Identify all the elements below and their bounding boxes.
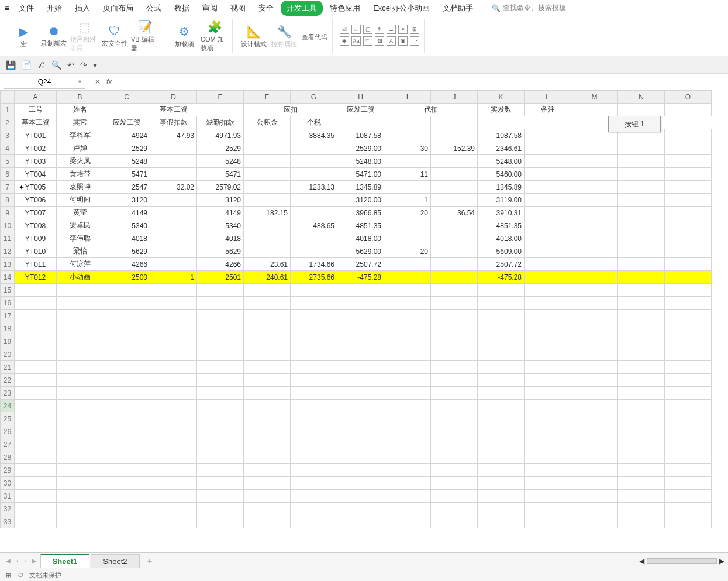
- cell-K6[interactable]: 5460.00: [478, 168, 525, 181]
- row-header-6[interactable]: 6: [1, 168, 15, 181]
- cell-N16[interactable]: [618, 297, 665, 310]
- row-header-32[interactable]: 32: [1, 503, 15, 515]
- cell-M33[interactable]: [571, 515, 618, 528]
- checkbox-control-icon[interactable]: ☑: [340, 25, 349, 34]
- cell[interactable]: [337, 116, 384, 129]
- subheader-cell[interactable]: 个税: [291, 116, 337, 129]
- cell-M9[interactable]: [571, 207, 618, 219]
- print-preview-icon[interactable]: 🔍: [51, 60, 61, 70]
- cell-E23[interactable]: [197, 387, 244, 400]
- cell-L14[interactable]: [525, 271, 571, 284]
- cell-D4[interactable]: [150, 142, 197, 155]
- cell-L28[interactable]: [525, 451, 571, 464]
- cell-O8[interactable]: [665, 194, 712, 207]
- cell-F14[interactable]: 240.61: [244, 271, 291, 284]
- cell-A31[interactable]: [15, 490, 57, 503]
- undo-icon[interactable]: ↶: [67, 60, 74, 70]
- cell-O30[interactable]: [665, 477, 712, 490]
- cell-E22[interactable]: [197, 374, 244, 387]
- cell-C33[interactable]: [103, 515, 150, 528]
- cell-N20[interactable]: [618, 348, 665, 361]
- cell-H14[interactable]: -475.28: [337, 271, 384, 284]
- cell-J21[interactable]: [431, 361, 478, 374]
- cell-H31[interactable]: [337, 490, 384, 503]
- cell-K24[interactable]: [478, 400, 525, 412]
- cell-I10[interactable]: [384, 219, 431, 232]
- cell-O31[interactable]: [665, 490, 712, 503]
- cell-H30[interactable]: [337, 477, 384, 490]
- row-header-27[interactable]: 27: [1, 438, 15, 451]
- cell-E21[interactable]: [197, 361, 244, 374]
- frame-control-icon[interactable]: ▣: [398, 36, 408, 46]
- add-sheet-button[interactable]: ＋: [141, 556, 158, 566]
- cell-J24[interactable]: [431, 400, 478, 412]
- menu-审阅[interactable]: 审阅: [196, 1, 223, 16]
- cell-D5[interactable]: [150, 155, 197, 168]
- cell-B15[interactable]: [57, 284, 103, 297]
- cell-M20[interactable]: [571, 348, 618, 361]
- cell-C15[interactable]: [103, 284, 150, 297]
- cell-G14[interactable]: 2735.66: [291, 271, 337, 284]
- cell-K14[interactable]: -475.28: [478, 271, 525, 284]
- ribbon-COM 加载项[interactable]: 🧩COM 加载项: [201, 19, 229, 54]
- cell-N19[interactable]: [618, 335, 665, 348]
- cell-F18[interactable]: [244, 322, 291, 335]
- cell-H15[interactable]: [337, 284, 384, 297]
- cell-O5[interactable]: [665, 155, 712, 168]
- row-header-30[interactable]: 30: [1, 477, 15, 490]
- cell-B25[interactable]: [57, 412, 103, 425]
- row-header-31[interactable]: 31: [1, 490, 15, 503]
- col-header-F[interactable]: F: [244, 91, 291, 104]
- cell-F24[interactable]: [244, 400, 291, 412]
- cell-C29[interactable]: [103, 464, 150, 477]
- cell-C22[interactable]: [103, 374, 150, 387]
- cell-I9[interactable]: 20: [384, 207, 431, 219]
- cell-C25[interactable]: [103, 412, 150, 425]
- cell-K10[interactable]: 4851.35: [478, 219, 525, 232]
- cell-J5[interactable]: [431, 155, 478, 168]
- cell-H11[interactable]: 4018.00: [337, 232, 384, 245]
- cell-A5[interactable]: YT003: [15, 155, 57, 168]
- cell-C7[interactable]: 2547: [103, 181, 150, 194]
- cell-M26[interactable]: [571, 425, 618, 438]
- cell-A22[interactable]: [15, 374, 57, 387]
- cell-D12[interactable]: [150, 245, 197, 258]
- cell-D18[interactable]: [150, 322, 197, 335]
- cell-B19[interactable]: [57, 335, 103, 348]
- col-header-L[interactable]: L: [525, 91, 571, 104]
- cell-A30[interactable]: [15, 477, 57, 490]
- cell-D31[interactable]: [150, 490, 197, 503]
- cell-F23[interactable]: [244, 387, 291, 400]
- cell-J16[interactable]: [431, 297, 478, 310]
- cell-N4[interactable]: [618, 142, 665, 155]
- tab-nav-first-icon[interactable]: ◀: [4, 558, 13, 564]
- cell-J14[interactable]: [431, 271, 478, 284]
- cell-D10[interactable]: [150, 219, 197, 232]
- cell-M24[interactable]: [571, 400, 618, 412]
- toggle-control-icon[interactable]: A: [387, 36, 396, 46]
- cell-C23[interactable]: [103, 387, 150, 400]
- cell-L10[interactable]: [525, 219, 571, 232]
- cell-F8[interactable]: [244, 194, 291, 207]
- cell-K12[interactable]: 5609.00: [478, 245, 525, 258]
- subheader-cell[interactable]: 缺勤扣款: [197, 116, 244, 129]
- row-header-10[interactable]: 10: [1, 219, 15, 232]
- cell-K26[interactable]: [478, 425, 525, 438]
- cell-H8[interactable]: 3120.00: [337, 194, 384, 207]
- cell-F29[interactable]: [244, 464, 291, 477]
- cell-A15[interactable]: [15, 284, 57, 297]
- cell-I22[interactable]: [384, 374, 431, 387]
- cell-G13[interactable]: 1734.66: [291, 258, 337, 271]
- cell-O10[interactable]: [665, 219, 712, 232]
- cell-C18[interactable]: [103, 322, 150, 335]
- cell-N25[interactable]: [618, 412, 665, 425]
- cell-I13[interactable]: [384, 258, 431, 271]
- cell-G6[interactable]: [291, 168, 337, 181]
- cell-L25[interactable]: [525, 412, 571, 425]
- cell-F25[interactable]: [244, 412, 291, 425]
- cell-H4[interactable]: 2529.00: [337, 142, 384, 155]
- cell-M8[interactable]: [571, 194, 618, 207]
- cell-F21[interactable]: [244, 361, 291, 374]
- cell-C17[interactable]: [103, 310, 150, 322]
- cell-G26[interactable]: [291, 425, 337, 438]
